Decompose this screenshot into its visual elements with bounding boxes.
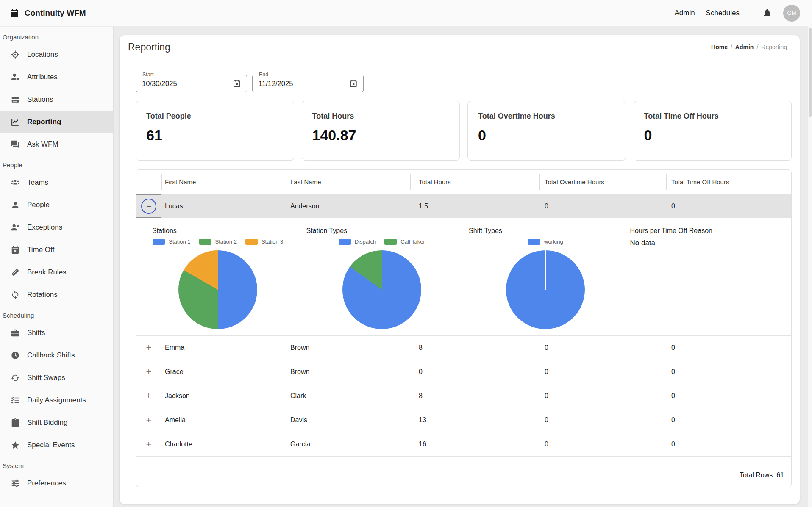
legend-label: working <box>544 238 563 245</box>
sidebar-item-label: Rotations <box>27 291 58 299</box>
topnav-schedules[interactable]: Schedules <box>706 9 740 17</box>
sidebar-item-shift-bidding[interactable]: Shift Bidding <box>0 411 113 434</box>
table-row-charlotte-garcia[interactable]: +CharlotteGarcia1600 <box>136 432 791 456</box>
expand-row-button[interactable]: + <box>146 391 152 401</box>
cell-timeoff: 0 <box>666 392 791 400</box>
stations-icon <box>11 95 20 104</box>
legend-swatch <box>153 239 165 245</box>
table-row-grace-brown[interactable]: +GraceBrown000 <box>136 360 791 384</box>
person-icon <box>11 200 20 210</box>
start-date-value[interactable]: 10/30/2025 <box>142 80 232 88</box>
cell-timeoff: 0 <box>666 368 791 376</box>
topbar: Continuity WFM AdminSchedules GM <box>0 0 812 26</box>
cell-timeoff: 0 <box>666 416 791 424</box>
expand-row-button[interactable]: + <box>146 343 152 352</box>
legend-label: Call Taker <box>400 238 425 245</box>
sidebar-item-label: People <box>27 201 50 209</box>
scrollbar-thumb[interactable] <box>809 28 812 117</box>
sidebar: OrganizationLocationsAttributesStationsR… <box>0 27 114 507</box>
cell-hours: 13 <box>410 416 539 424</box>
expand-cell: + <box>136 360 161 384</box>
sidebar-item-rotations[interactable]: Rotations <box>0 283 113 306</box>
legend-swatch <box>339 239 351 245</box>
ruler-icon <box>11 268 20 277</box>
column-header-total-overtime-hours: Total Overtime Hours <box>539 170 666 194</box>
topnav-admin[interactable]: Admin <box>674 9 695 17</box>
sidebar-item-shifts[interactable]: Shifts <box>0 321 113 344</box>
breadcrumb-reporting: Reporting <box>761 44 787 50</box>
pie-chart-station-types <box>342 250 421 329</box>
sidebar-item-exceptions[interactable]: Exceptions <box>0 216 113 238</box>
end-date-field[interactable]: End 11/12/2025 <box>252 75 364 92</box>
groups-icon <box>11 178 20 187</box>
cell-hours: 16 <box>410 441 539 448</box>
expand-cell: − <box>136 194 161 218</box>
sidebar-item-time-off[interactable]: Time Off <box>0 238 113 261</box>
stat-label: Total People <box>146 112 284 121</box>
chat-icon <box>11 140 20 149</box>
sidebar-item-people[interactable]: People <box>0 194 113 216</box>
sidebar-item-label: Attributes <box>27 73 58 81</box>
table-row-expanded[interactable]: −LucasAnderson1.500 <box>136 194 791 218</box>
sidebar-item-preferences[interactable]: Preferences <box>0 472 113 494</box>
sidebar-item-locations[interactable]: Locations <box>0 43 113 66</box>
chart-icon <box>11 117 20 127</box>
cell-last: Clark <box>287 392 410 400</box>
legend-swatch <box>245 239 258 245</box>
sidebar-item-callback-shifts[interactable]: Callback Shifts <box>0 344 113 366</box>
cell-first: Emma <box>161 344 287 352</box>
legend-label: Station 2 <box>215 238 237 245</box>
notifications-bell-icon[interactable] <box>762 8 772 18</box>
start-date-field[interactable]: Start 10/30/2025 <box>136 75 247 92</box>
reporting-card: Reporting Home/Admin/Reporting Start 10/… <box>120 35 800 504</box>
sidebar-item-teams[interactable]: Teams <box>0 171 113 194</box>
total-rows-label: Total Rows: 61 <box>740 471 784 479</box>
sidebar-item-label: Daily Assignments <box>27 396 86 404</box>
sidebar-item-daily-assignments[interactable]: Daily Assignments <box>0 389 113 411</box>
expand-row-button[interactable]: + <box>146 416 152 425</box>
start-calendar-icon[interactable] <box>232 79 242 88</box>
sidebar-item-ask-wfm[interactable]: Ask WFM <box>0 133 113 155</box>
sidebar-item-shift-swaps[interactable]: Shift Swaps <box>0 366 113 389</box>
chart-title: Stations <box>136 227 300 235</box>
sidebar-item-break-rules[interactable]: Break Rules <box>0 261 113 283</box>
expand-row-button[interactable]: + <box>146 367 152 377</box>
legend-label: Station 1 <box>169 238 190 245</box>
page-scrollbar[interactable] <box>808 26 812 507</box>
topbar-divider <box>751 7 751 19</box>
table-row-emma-brown[interactable]: +EmmaBrown800 <box>136 335 791 360</box>
chart-title: Station Types <box>300 227 464 235</box>
chart-panel-hours-per-time-off-reason: Hours per Time Off ReasonNo data <box>628 218 792 335</box>
column-header-last-name: Last Name <box>287 170 410 194</box>
sidebar-item-special-events[interactable]: Special Events <box>0 434 113 456</box>
chart-title: Shift Types <box>464 227 628 235</box>
expand-row-button[interactable]: + <box>146 440 152 449</box>
stat-value: 61 <box>146 127 284 144</box>
sidebar-item-label: Stations <box>27 95 53 104</box>
legend-item-station-3: Station 3 <box>245 238 283 245</box>
pie-chart-shift-types <box>506 250 585 329</box>
briefcase-icon <box>11 328 20 338</box>
sidebar-item-stations[interactable]: Stations <box>0 88 113 111</box>
cell-overtime: 0 <box>539 368 666 376</box>
tune-icon <box>11 479 20 488</box>
cell-timeoff: 0 <box>666 202 791 210</box>
sidebar-item-label: Special Events <box>27 441 75 449</box>
breadcrumb-home[interactable]: Home <box>711 44 728 50</box>
chart-legend: Station 1Station 2Station 3 <box>136 238 300 245</box>
end-calendar-icon[interactable] <box>349 79 358 88</box>
breadcrumb-admin[interactable]: Admin <box>735 44 754 50</box>
legend-swatch <box>199 239 211 245</box>
table-row-jackson-clark[interactable]: +JacksonClark800 <box>136 384 791 408</box>
table-row-amelia-davis[interactable]: +AmeliaDavis1300 <box>136 408 791 432</box>
sidebar-item-attributes[interactable]: Attributes <box>0 66 113 88</box>
end-date-value[interactable]: 11/12/2025 <box>259 80 349 88</box>
breadcrumb-separator: / <box>756 44 758 50</box>
cell-first: Jackson <box>161 392 287 400</box>
cell-first: Lucas <box>161 202 287 210</box>
sidebar-section-scheduling: Scheduling <box>0 312 113 321</box>
avatar[interactable]: GM <box>783 5 800 22</box>
collapse-row-button[interactable]: − <box>141 199 156 214</box>
breadcrumb: Home/Admin/Reporting <box>711 44 787 50</box>
sidebar-item-reporting[interactable]: Reporting <box>0 111 113 133</box>
